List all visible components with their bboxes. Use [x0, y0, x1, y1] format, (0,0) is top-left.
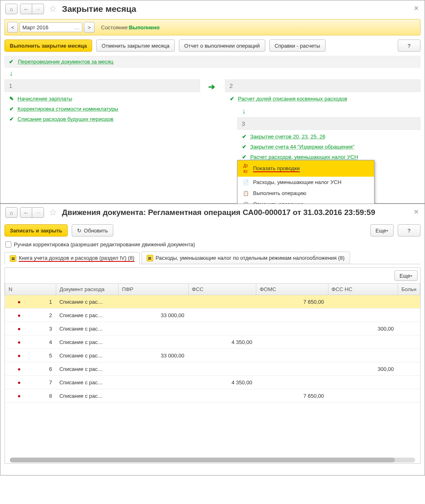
table-row[interactable]: ●4Списание с рас…4 350,00 [5, 335, 420, 349]
section-2-header: 2 [225, 79, 421, 92]
cell-fss [188, 295, 256, 309]
cell-pfr [119, 389, 188, 403]
table-container: Еще N Документ расхода ПФР ФСС ФОМС ФСС … [4, 267, 421, 464]
forward-button[interactable]: → [32, 207, 44, 218]
table-row[interactable]: ●3Списание с рас…300,00 [5, 322, 420, 335]
op-link[interactable]: Начисление зарплаты [18, 96, 72, 102]
tabs: ▦ Книга учета доходов и расходов (раздел… [4, 252, 421, 264]
menu-execute[interactable]: 📋 Выполнить операцию [238, 188, 374, 199]
close-button[interactable]: ✕ [414, 4, 419, 12]
context-menu: ДтКт Показать проводки 📄 Расходы, уменьш… [237, 160, 374, 210]
menu-show-postings[interactable]: ДтКт Показать проводки [238, 160, 374, 177]
op-link[interactable]: Расчет расходов, уменьшающих налог УСН [250, 154, 358, 160]
help-button[interactable]: ? [398, 224, 421, 237]
home-button[interactable]: ⌂ [5, 4, 18, 14]
op-link[interactable]: Закрытие счетов 20, 23, 25, 26 [250, 134, 325, 140]
back-button[interactable]: ← [20, 4, 32, 14]
movements-table: N Документ расхода ПФР ФСС ФОМС ФСС НС Б… [5, 283, 420, 403]
row-marker-icon: ● [5, 335, 33, 349]
manual-edit-checkbox[interactable] [5, 241, 11, 248]
check-icon: ✔ [9, 116, 14, 122]
row-number: 1 [33, 295, 56, 309]
tab-label: Книга учета доходов и расходов (раздел I… [19, 255, 134, 262]
cell-foms [256, 335, 328, 349]
favorite-star-icon[interactable]: ☆ [49, 207, 57, 218]
col-foms[interactable]: ФОМС [256, 284, 328, 295]
cell-doc: Списание с рас… [56, 389, 119, 403]
row-marker-icon: ● [5, 349, 33, 362]
cell-pfr: 33 000,00 [119, 349, 188, 362]
cell-boln [398, 389, 420, 403]
dt-kt-icon: ДтКт [242, 163, 249, 174]
period-prev-button[interactable]: < [7, 22, 18, 33]
cancel-close-button[interactable]: Отменить закрытие месяца [96, 39, 175, 52]
arrow-down-icon: ↓ [242, 107, 421, 116]
col-n[interactable]: N [5, 284, 56, 295]
section-1-header: 1 [4, 79, 200, 92]
row-number: 8 [33, 389, 56, 403]
table-row[interactable]: ●7Списание с рас…4 350,00 [5, 376, 420, 389]
cell-fss [188, 309, 256, 322]
close-button[interactable]: ✕ [414, 208, 419, 216]
op-link[interactable]: Списание расходов будущих периодов [18, 116, 113, 122]
forward-button[interactable]: → [32, 4, 44, 14]
table-row[interactable]: ●8Списание с рас…7 650,00 [5, 389, 420, 403]
col-pfr[interactable]: ПФР [119, 284, 188, 295]
cell-fssns [328, 349, 398, 362]
col-doc[interactable]: Документ расхода [56, 284, 119, 295]
cell-foms: 7 650,00 [256, 295, 328, 309]
table-more-button[interactable]: Еще [394, 270, 418, 281]
row-number: 4 [33, 335, 56, 349]
title-bar: ⌂ ← → ☆ Закрытие месяца ✕ [0, 0, 425, 18]
references-button[interactable]: Справки - расчеты [269, 39, 326, 52]
op-link[interactable]: Закрытие счета 44 "Издержки обращения" [250, 144, 355, 150]
tab-tax-expenses[interactable]: ▦ Расходы, уменьшающие налог по отдельны… [141, 252, 350, 264]
help-button[interactable]: ? [398, 39, 421, 52]
cell-pfr [119, 362, 188, 376]
period-next-button[interactable]: > [84, 22, 95, 33]
register-icon: ▦ [10, 255, 16, 262]
ellipsis-icon[interactable]: … [74, 24, 79, 31]
page-title: Закрытие месяца [62, 4, 137, 14]
run-close-button[interactable]: Выполнить закрытие месяца [4, 39, 92, 52]
check-icon: ✔ [241, 144, 247, 150]
table-row[interactable]: ●5Списание с рас…33 000,00 [5, 349, 420, 362]
save-close-button[interactable]: Записать и закрыть [4, 224, 68, 237]
back-button[interactable]: ← [20, 207, 32, 218]
period-field[interactable]: Март 2016 … [20, 22, 82, 32]
refresh-button[interactable]: ↻ Обновить [72, 224, 113, 237]
op-close-account-44: ✔ Закрытие счета 44 "Издержки обращения" [237, 142, 421, 152]
arrow-right-icon: ➔ [208, 82, 217, 92]
horizontal-scrollbar[interactable] [10, 458, 415, 462]
document-movements-window: ⌂ ← → ☆ Движения документа: Регламентная… [0, 204, 425, 476]
reposting-link[interactable]: Перепроведение документов за месяц [18, 59, 113, 65]
cell-doc: Списание с рас… [56, 376, 119, 389]
cell-pfr [119, 295, 188, 309]
tab-kudir-section4[interactable]: ▦ Книга учета доходов и расходов (раздел… [4, 252, 140, 264]
cell-fss [188, 362, 256, 376]
row-marker-icon: ● [5, 309, 33, 322]
col-fss[interactable]: ФСС [188, 284, 256, 295]
op-link[interactable]: Корректировка стоимости номенклатуры [18, 106, 118, 112]
home-button[interactable]: ⌂ [5, 207, 18, 218]
refresh-icon: ↻ [77, 228, 81, 234]
column-1: 1 ✎ Начисление зарплаты ✔ Корректировка … [4, 79, 200, 164]
more-button[interactable]: Еще [370, 224, 394, 237]
table-row[interactable]: ●1Списание с рас…7 650,00 [5, 295, 420, 309]
op-link[interactable]: Расчет долей списания косвенных расходов [238, 96, 347, 102]
favorite-star-icon[interactable]: ☆ [49, 4, 57, 14]
col-boln[interactable]: Больн [398, 284, 420, 295]
check-icon: ✔ [9, 106, 14, 112]
cell-fss [188, 349, 256, 362]
menu-expenses[interactable]: 📄 Расходы, уменьшающие налог УСН [238, 177, 374, 188]
state-label: Состояние: [101, 24, 129, 31]
col-fssns[interactable]: ФСС НС [328, 284, 398, 295]
table-row[interactable]: ●2Списание с рас…33 000,00 [5, 309, 420, 322]
section-3-header: 3 [237, 117, 421, 130]
report-button[interactable]: Отчет о выполнении операций [179, 39, 265, 52]
execute-icon: 📋 [242, 191, 249, 196]
table-row[interactable]: ●6Списание с рас…300,00 [5, 362, 420, 376]
cell-doc: Списание с рас… [56, 349, 119, 362]
cell-boln [398, 349, 420, 362]
check-icon: ✔ [229, 96, 235, 102]
